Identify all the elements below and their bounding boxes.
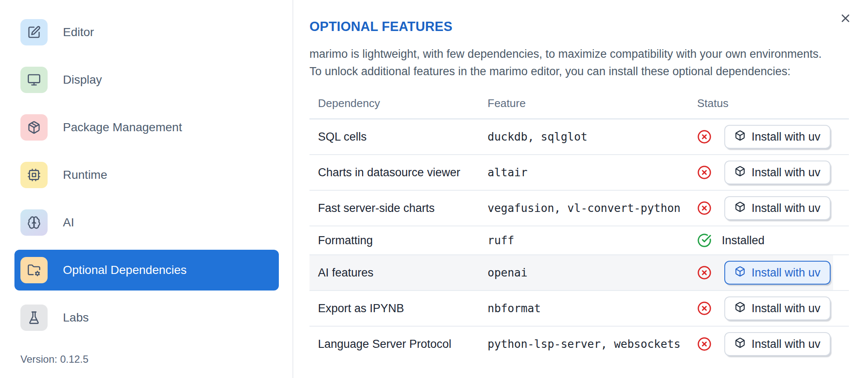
sidebar-item-display[interactable]: Display [14, 59, 279, 100]
status-cell: Install with uv [697, 261, 849, 285]
feature-cell: vegafusion, vl-convert-python [488, 202, 697, 214]
status-missing-icon [697, 337, 712, 351]
dependency-cell: Export as IPYNB [309, 302, 488, 315]
install-button-label: Install with uv [752, 130, 820, 144]
sidebar-item-editor[interactable]: Editor [14, 12, 279, 53]
flask-icon [20, 305, 48, 331]
table-header-row: Dependency Feature Status [309, 88, 849, 119]
dependency-cell: Charts in datasource viewer [309, 166, 488, 179]
sidebar-item-label: Display [63, 73, 102, 87]
status-missing-icon [697, 130, 712, 144]
install-with-uv-button[interactable]: Install with uv [724, 332, 831, 356]
package-box-icon [735, 266, 752, 280]
status-cell: Install with uv [697, 125, 849, 149]
table-row-ai-features: AI featuresopenaiInstall with uv [309, 255, 849, 291]
status-missing-icon [697, 265, 712, 280]
table-row-sql-cells: SQL cellsduckdb, sqlglotInstall with uv [309, 119, 849, 155]
status-cell: Install with uv [697, 296, 849, 320]
column-header-status: Status [697, 97, 849, 110]
table-row-formatting: FormattingruffInstalled [309, 226, 849, 255]
dependency-cell: Fast server-side charts [309, 202, 488, 215]
feature-cell: nbformat [488, 302, 697, 315]
dependency-cell: Language Server Protocol [309, 338, 488, 351]
status-cell: Installed [697, 233, 849, 248]
status-cell: Install with uv [697, 196, 849, 220]
dependency-cell: SQL cells [309, 130, 488, 144]
install-with-uv-button[interactable]: Install with uv [724, 196, 831, 220]
cpu-icon [20, 162, 48, 188]
sidebar-item-package-management[interactable]: Package Management [14, 107, 279, 148]
package-box-icon [735, 337, 752, 351]
feature-cell: duckdb, sqlglot [488, 130, 697, 143]
settings-sidebar: EditorDisplayPackage ManagementRuntimeAI… [0, 0, 293, 378]
feature-cell: openai [488, 266, 697, 279]
sidebar-item-ai[interactable]: AI [14, 202, 279, 243]
column-header-feature: Feature [488, 97, 697, 110]
optional-features-panel: OPTIONAL FEATURES marimo is lightweight,… [294, 0, 868, 378]
feature-cell: altair [488, 166, 697, 179]
table-row-language-server-protocol: Language Server Protocolpython-lsp-serve… [309, 327, 849, 361]
monitor-icon [20, 67, 48, 93]
package-box-icon [735, 201, 752, 215]
install-button-label: Install with uv [752, 338, 820, 351]
install-button-label: Install with uv [752, 202, 820, 215]
install-button-label: Install with uv [752, 166, 820, 179]
sidebar-item-label: Package Management [63, 121, 182, 134]
package-box-icon [735, 166, 752, 180]
install-button-label: Install with uv [752, 302, 820, 315]
column-header-dependency: Dependency [309, 97, 488, 110]
dependency-cell: Formatting [309, 234, 488, 247]
sidebar-item-label: Optional Dependencies [63, 263, 187, 277]
sidebar-nav: EditorDisplayPackage ManagementRuntimeAI… [0, 12, 292, 338]
status-installed-icon [697, 233, 712, 248]
package-icon [20, 114, 48, 141]
status-cell: Install with uv [697, 332, 849, 356]
version-label: Version: 0.12.5 [20, 353, 88, 365]
panel-description-line1: marimo is lightweight, with few dependen… [309, 45, 837, 63]
panel-description: marimo is lightweight, with few dependen… [309, 45, 837, 80]
package-box-icon [735, 302, 752, 316]
dependencies-table: Dependency Feature Status SQL cellsduckd… [309, 88, 849, 361]
package-box-icon [735, 130, 752, 144]
feature-cell: python-lsp-server, websockets [488, 338, 697, 350]
close-icon [839, 12, 852, 26]
close-button[interactable] [837, 11, 854, 27]
sidebar-item-label: AI [63, 216, 74, 229]
status-missing-icon [697, 201, 712, 215]
install-button-label: Install with uv [752, 266, 820, 279]
table-row-charts-in-datasource-viewer: Charts in datasource vieweraltairInstall… [309, 155, 849, 191]
dependency-cell: AI features [309, 266, 488, 279]
sidebar-item-label: Labs [63, 311, 89, 324]
install-with-uv-button[interactable]: Install with uv [724, 296, 831, 320]
panel-description-line2: To unlock additional features in the mar… [309, 63, 837, 80]
sidebar-item-labs[interactable]: Labs [14, 297, 279, 338]
table-body: SQL cellsduckdb, sqlglotInstall with uvC… [309, 119, 849, 361]
install-with-uv-button[interactable]: Install with uv [724, 125, 831, 149]
brain-icon [20, 209, 48, 236]
editor-pen-icon [20, 19, 48, 45]
folder-gear-icon [20, 257, 48, 283]
table-row-fast-server-side-charts: Fast server-side chartsvegafusion, vl-co… [309, 191, 849, 226]
page-title: OPTIONAL FEATURES [309, 0, 868, 34]
sidebar-item-runtime[interactable]: Runtime [14, 155, 279, 195]
sidebar-item-optional-dependencies[interactable]: Optional Dependencies [14, 250, 279, 291]
sidebar-item-label: Runtime [63, 168, 107, 182]
status-missing-icon [697, 165, 712, 180]
table-row-export-as-ipynb: Export as IPYNBnbformatInstall with uv [309, 291, 849, 327]
install-with-uv-button[interactable]: Install with uv [724, 261, 831, 285]
sidebar-item-label: Editor [63, 25, 94, 39]
feature-cell: ruff [488, 234, 697, 247]
status-missing-icon [697, 301, 712, 316]
status-cell: Install with uv [697, 161, 849, 184]
install-with-uv-button[interactable]: Install with uv [724, 161, 831, 184]
status-installed-label: Installed [722, 234, 765, 247]
